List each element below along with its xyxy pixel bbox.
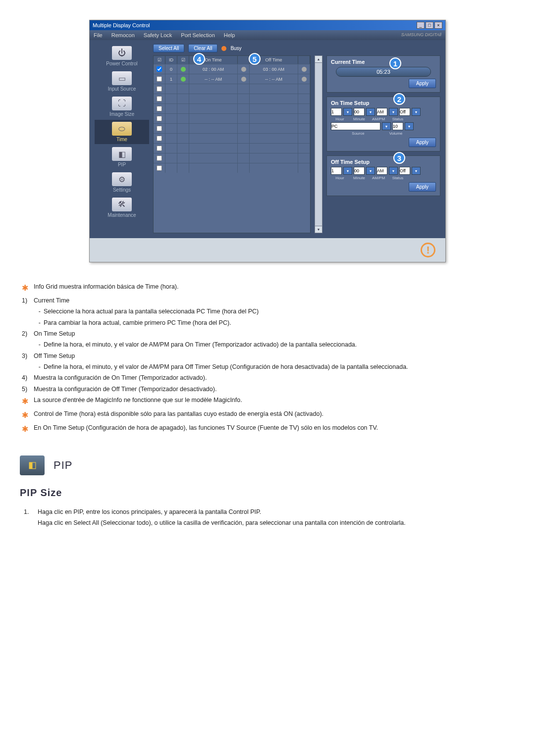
on-minute-input[interactable] [354,108,365,116]
close-button[interactable]: × [434,22,442,29]
clear-all-button[interactable]: Clear All [188,44,217,52]
toolbar: Select All Clear All Busy [153,44,440,52]
volume-input[interactable] [392,122,403,130]
row-checkbox[interactable] [157,86,162,92]
menu-help[interactable]: Help [224,32,235,38]
dash-marker: - [34,362,44,372]
row-checkbox[interactable] [157,146,162,151]
sidebar-label-settings: Settings [113,187,131,193]
minute-dropdown[interactable]: ▾ [366,108,375,116]
select-all-button[interactable]: Select All [153,44,184,52]
clock-icon: ⬭ [112,122,132,136]
row-id: 0 [165,64,177,74]
off-minute-input[interactable] [354,167,365,175]
menu-file[interactable]: File [94,32,103,38]
row-checkbox[interactable] [157,126,162,131]
current-time-title: Current Time [331,59,436,65]
dash-marker: - [34,318,44,328]
num-marker: 3) [20,352,34,361]
source-input[interactable] [331,122,380,130]
on-status-input[interactable] [399,108,410,116]
input-icon: ▭ [112,71,132,85]
status-dot-icon [302,67,307,72]
table-row[interactable] [154,163,310,173]
sidebar-item-image[interactable]: ⛶ Image Size [95,95,149,119]
table-row[interactable] [154,113,310,123]
table-row[interactable] [154,123,310,133]
table-row[interactable] [154,84,310,94]
row-checkbox[interactable] [157,165,162,171]
apply-button-2[interactable]: Apply [409,138,436,147]
table-row[interactable] [154,94,310,103]
table-row[interactable] [154,133,310,143]
busy-icon [221,46,226,51]
row-checkbox[interactable] [157,66,162,72]
status-bar: ! [90,238,445,262]
off-ampm-input[interactable] [376,167,387,175]
menu-safety-lock[interactable]: Safety Lock [144,32,172,38]
sidebar-item-power[interactable]: ⏻ Power Control [95,44,149,68]
warning-icon: ! [421,243,435,257]
row-checkbox[interactable] [157,136,162,141]
volume-dropdown[interactable]: ▾ [405,122,414,130]
hour-dropdown[interactable]: ▾ [343,108,352,116]
minute-dropdown[interactable]: ▾ [366,167,375,175]
status-dropdown[interactable]: ▾ [412,167,421,175]
sidebar-item-input[interactable]: ▭ Input Source [95,69,149,94]
menu-bar: File Remocon Safety Lock Port Selection … [90,30,445,40]
doc-text: Info Grid muestra información básica de … [34,282,505,295]
doc-text: Current Time [34,296,505,305]
pip-size-heading: PIP Size [20,485,505,501]
power-icon: ⏻ [112,46,132,60]
callout-2: 2 [393,93,405,105]
scroll-down-button[interactable]: ▼ [315,226,322,233]
scroll-track[interactable] [315,63,322,226]
menu-port-selection[interactable]: Port Selection [181,32,214,38]
grid-scrollbar[interactable]: ▲ ▼ [315,55,322,233]
row-checkbox[interactable] [157,106,162,111]
doc-text: Muestra la configuración de On Timer (Te… [34,373,505,383]
sidebar-label-pip: PIP [118,162,126,167]
callout-4: 4 [193,53,205,65]
minimize-button[interactable]: _ [417,22,425,29]
hour-dropdown[interactable]: ▾ [343,167,352,175]
status-dot-icon [241,77,246,82]
col-status-icon: ☑ [177,56,189,64]
sidebar-item-pip[interactable]: ◧ PIP [95,145,149,169]
sidebar-item-time[interactable]: ⬭ Time [95,120,149,144]
on-ampm-input[interactable] [376,108,387,116]
row-checkbox[interactable] [157,155,162,161]
table-row[interactable] [154,143,310,153]
apply-button-3[interactable]: Apply [409,182,436,192]
main-area: Select All Clear All Busy 4 5 ☑ ID ☑ On … [153,44,440,233]
off-hour-input[interactable] [331,167,342,175]
doc-text: Define la hora, el minuto, y el valor de… [44,340,505,350]
table-row[interactable]: 1 -- : -- AM -- : -- AM [154,74,310,84]
row-checkbox[interactable] [157,76,162,82]
sidebar-item-maintenance[interactable]: 🛠 Maintenance [95,196,149,220]
ampm-dropdown[interactable]: ▾ [389,108,398,116]
status-dropdown[interactable]: ▾ [412,108,421,116]
menu-remocon[interactable]: Remocon [111,32,135,38]
callout-1: 1 [389,57,401,69]
source-dropdown[interactable]: ▾ [382,122,391,130]
apply-button-1[interactable]: Apply [409,79,436,88]
volume-label: Volume [387,131,405,136]
ampm-label: AM/PM [370,117,387,121]
on-hour-input[interactable] [331,108,342,116]
row-ontime: 02 : 00 AM [189,64,238,74]
table-row[interactable] [154,153,310,163]
table-row[interactable] [154,103,310,113]
table-row[interactable]: 0 02 : 00 AM 03 : 00 AM [154,64,310,74]
row-id: 1 [165,74,177,84]
scroll-up-button[interactable]: ▲ [315,56,322,63]
callout-5: 5 [249,53,261,65]
maximize-button[interactable]: □ [426,22,433,29]
current-time-section: 1 Current Time 05:23 Apply [326,55,440,93]
off-status-input[interactable] [399,167,410,175]
row-checkbox[interactable] [157,116,162,121]
sidebar-item-settings[interactable]: ⚙ Settings [95,170,149,195]
app-body: ⏻ Power Control ▭ Input Source ⛶ Image S… [90,40,445,238]
ampm-dropdown[interactable]: ▾ [389,167,398,175]
row-checkbox[interactable] [157,96,162,101]
